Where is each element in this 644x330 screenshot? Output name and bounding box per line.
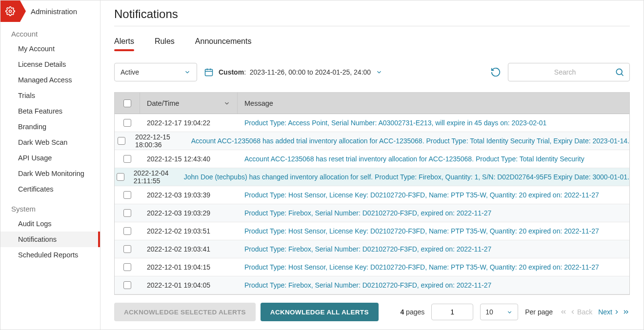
sidebar-item-label: My Account	[18, 45, 55, 53]
sidebar-section-label: Account	[0, 30, 100, 41]
last-page-button[interactable]	[622, 308, 630, 316]
row-checkbox[interactable]	[117, 173, 124, 181]
select-all-checkbox[interactable]	[123, 99, 131, 107]
chevron-down-icon	[506, 309, 513, 315]
acknowledge-all-button[interactable]: ACKNOWLEDGE ALL ALERTS	[261, 303, 379, 321]
row-message-link[interactable]: John Doe (techpubs) has changed inventor…	[184, 173, 629, 181]
sidebar-item-dark-web-scan[interactable]: Dark Web Scan	[0, 135, 100, 150]
tabs: Alerts Rules Announcements	[114, 37, 630, 51]
row-message-link[interactable]: Product Type: Host Sensor, License Key: …	[244, 263, 599, 271]
row-checkbox[interactable]	[123, 263, 131, 271]
row-checkbox[interactable]	[123, 227, 131, 235]
table-body: 2022-12-17 19:04:22Product Type: Access …	[115, 114, 629, 294]
status-filter-select[interactable]: Active	[114, 63, 197, 81]
row-checkbox-cell[interactable]	[115, 276, 140, 294]
table-row[interactable]: 2022-12-03 19:03:29Product Type: Firebox…	[115, 204, 629, 222]
row-message-cell: Product Type: Host Sensor, License Key: …	[238, 222, 629, 240]
sidebar-item-dark-web-monitoring[interactable]: Dark Web Monitoring	[0, 166, 100, 181]
refresh-icon[interactable]	[490, 67, 501, 78]
per-page-select[interactable]: 10	[480, 304, 518, 320]
row-message-link[interactable]: Product Type: Firebox, Serial Number: D0…	[244, 209, 491, 217]
chevron-down-icon	[223, 100, 230, 107]
row-checkbox-cell[interactable]	[115, 222, 140, 240]
table-row[interactable]: 2022-12-01 19:04:05Product Type: Firebox…	[115, 276, 629, 294]
tab-label: Rules	[155, 37, 175, 45]
row-checkbox-cell[interactable]	[115, 150, 140, 168]
search-box[interactable]	[508, 63, 630, 81]
row-checkbox-cell[interactable]	[115, 114, 140, 132]
table-footer: ACKNOWLEDGE SELECTED ALERTS ACKNOWLEDGE …	[114, 303, 630, 321]
row-datetime: 2022-12-01 19:04:05	[140, 276, 238, 294]
search-input[interactable]	[515, 68, 615, 76]
table-row[interactable]: 2022-12-15 18:00:36Account ACC-1235068 h…	[115, 132, 629, 150]
tab-alerts[interactable]: Alerts	[114, 37, 134, 51]
row-checkbox[interactable]	[123, 155, 131, 163]
sidebar-item-label: Beta Features	[18, 107, 62, 115]
date-range-label: Custom: 2023-11-26, 00:00 to 2024-01-25,…	[219, 68, 371, 76]
row-message-link[interactable]: Product Type: Firebox, Serial Number: D0…	[244, 281, 491, 289]
table-row[interactable]: 2022-12-01 19:04:15Product Type: Host Se…	[115, 258, 629, 276]
row-message-link[interactable]: Account ACC-1235068 has reset trial inve…	[244, 155, 584, 163]
sidebar-item-trials[interactable]: Trials	[0, 88, 100, 103]
svg-point-5	[616, 69, 622, 75]
table-row[interactable]: 2022-12-02 19:03:51Product Type: Host Se…	[115, 222, 629, 240]
row-checkbox-cell[interactable]	[115, 204, 140, 222]
tab-rules[interactable]: Rules	[155, 37, 175, 51]
tab-label: Alerts	[114, 37, 134, 45]
row-message-link[interactable]: Product Type: Host Sensor, License Key: …	[244, 227, 599, 235]
table-row[interactable]: 2022-12-15 12:43:40Account ACC-1235068 h…	[115, 150, 629, 168]
row-checkbox[interactable]	[123, 119, 131, 127]
row-checkbox[interactable]	[123, 281, 131, 289]
calendar-icon	[204, 67, 214, 77]
row-checkbox-cell[interactable]	[115, 168, 127, 186]
table-row[interactable]: 2022-12-17 19:04:22Product Type: Access …	[115, 114, 629, 132]
column-header-message[interactable]: Message	[238, 93, 629, 114]
table-row[interactable]: 2022-12-03 19:03:39Product Type: Host Se…	[115, 186, 629, 204]
row-checkbox[interactable]	[123, 245, 131, 253]
column-label: Date/Time	[147, 99, 179, 107]
sidebar-item-scheduled-reports[interactable]: Scheduled Reports	[0, 247, 100, 263]
row-message-link[interactable]: Product Type: Firebox, Serial Number: D0…	[244, 245, 491, 253]
table-row[interactable]: 2022-12-02 19:03:41Product Type: Firebox…	[115, 240, 629, 258]
back-label: Back	[577, 308, 592, 316]
select-all-cell[interactable]	[115, 93, 140, 114]
sidebar-section-account: Account My Account License Details Manag…	[0, 22, 100, 197]
row-checkbox-cell[interactable]	[115, 258, 140, 276]
row-checkbox[interactable]	[123, 209, 131, 217]
page-number-input[interactable]	[431, 304, 473, 320]
row-checkbox[interactable]	[118, 137, 125, 145]
sidebar-item-license-details[interactable]: License Details	[0, 57, 100, 72]
row-checkbox-cell[interactable]	[115, 240, 140, 258]
date-range-filter[interactable]: Custom: 2023-11-26, 00:00 to 2024-01-25,…	[204, 67, 382, 77]
next-page-button[interactable]: Next	[598, 308, 620, 316]
table-row[interactable]: 2022-12-04 21:11:55John Doe (techpubs) h…	[115, 168, 629, 186]
row-datetime: 2022-12-01 19:04:15	[140, 258, 238, 276]
sidebar-item-certificates[interactable]: Certificates	[0, 181, 100, 197]
row-message-cell: John Doe (techpubs) has changed inventor…	[177, 168, 629, 186]
sidebar-item-branding[interactable]: Branding	[0, 119, 100, 135]
per-page-value: 10	[485, 308, 493, 316]
sidebar-item-notifications[interactable]: Notifications	[0, 232, 100, 247]
sidebar-item-beta-features[interactable]: Beta Features	[0, 103, 100, 119]
row-message-link[interactable]: Product Type: Host Sensor, License Key: …	[244, 191, 599, 199]
column-header-datetime[interactable]: Date/Time	[140, 93, 238, 114]
row-message-link[interactable]: Account ACC-1235068 has added trial inve…	[191, 137, 629, 145]
sidebar-item-managed-access[interactable]: Managed Access	[0, 72, 100, 88]
sidebar-item-audit-logs[interactable]: Audit Logs	[0, 216, 100, 232]
pages-word: pages	[406, 308, 424, 316]
tab-announcements[interactable]: Announcements	[195, 37, 252, 51]
sidebar-section-label: System	[0, 205, 100, 216]
sidebar-item-api-usage[interactable]: API Usage	[0, 150, 100, 166]
row-checkbox-cell[interactable]	[115, 132, 128, 150]
row-message-link[interactable]: Product Type: Access Point, Serial Numbe…	[244, 119, 546, 127]
row-checkbox-cell[interactable]	[115, 186, 140, 204]
row-message-cell: Product Type: Firebox, Serial Number: D0…	[238, 276, 629, 294]
row-datetime: 2022-12-15 12:43:40	[140, 150, 238, 168]
row-datetime: 2022-12-02 19:03:51	[140, 222, 238, 240]
acknowledge-selected-button: ACKNOWLEDGE SELECTED ALERTS	[114, 303, 256, 321]
sidebar-item-my-account[interactable]: My Account	[0, 41, 100, 57]
row-checkbox[interactable]	[123, 191, 131, 199]
svg-line-6	[622, 74, 624, 76]
tab-label: Announcements	[195, 37, 252, 45]
sidebar-item-label: API Usage	[18, 154, 52, 162]
